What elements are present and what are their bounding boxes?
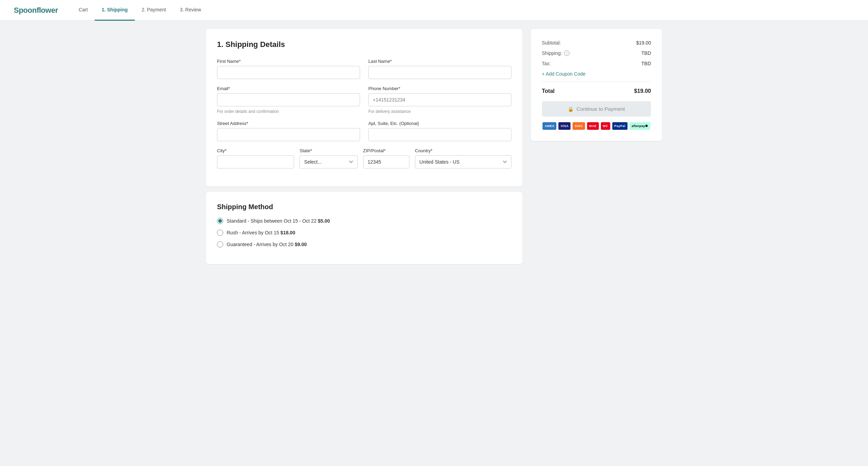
- shipping-row: Shipping: i TBD: [542, 50, 651, 56]
- email-input[interactable]: [217, 93, 360, 106]
- email-phone-row: Email* For order details and confirmatio…: [217, 86, 511, 114]
- shipping-label: Shipping: i: [542, 50, 569, 56]
- country-label: Country*: [415, 148, 511, 153]
- address-row: Street Address* Apt, Suite, Etc. (Option…: [217, 121, 511, 141]
- city-input[interactable]: [217, 155, 294, 168]
- first-name-input[interactable]: [217, 66, 360, 79]
- city-label: City*: [217, 148, 294, 153]
- summary-divider: [542, 81, 651, 82]
- state-group: State* Select...: [300, 148, 358, 168]
- zip-group: ZIP/Postal*: [363, 148, 409, 168]
- nav-payment[interactable]: 2. Payment: [135, 0, 173, 21]
- last-name-group: Last Name*: [368, 59, 511, 79]
- shipping-radio-standard[interactable]: [217, 218, 223, 224]
- main-layout: 1. Shipping Details First Name* Last Nam…: [192, 21, 676, 272]
- shipping-option-guaranteed[interactable]: Guaranteed - Arrives by Oct 20 $9.00: [217, 241, 511, 247]
- shipping-label-guaranteed: Guaranteed - Arrives by Oct 20 $9.00: [227, 242, 307, 247]
- payment-icon-amex: AMEX: [542, 122, 556, 130]
- phone-label: Phone Number*: [368, 86, 511, 91]
- shipping-label-rush: Rush - Arrives by Oct 15 $18.00: [227, 230, 295, 235]
- payment-icon-afterpay: afterpay✺: [630, 122, 650, 130]
- shipping-radio-guaranteed[interactable]: [217, 241, 223, 247]
- payment-icon-paypal: PayPal: [612, 122, 628, 130]
- add-coupon-link[interactable]: + Add Coupon Code: [542, 71, 651, 77]
- payment-methods: AMEX VISA DISC MAE MC PayPal afterpay✺: [542, 122, 651, 130]
- country-group: Country* United States - US: [415, 148, 511, 168]
- shipping-method-title: Shipping Method: [217, 203, 511, 211]
- email-group: Email* For order details and confirmatio…: [217, 86, 360, 114]
- total-value: $19.00: [634, 88, 651, 94]
- last-name-label: Last Name*: [368, 59, 511, 64]
- shipping-option-rush[interactable]: Rush - Arrives by Oct 15 $18.00: [217, 230, 511, 236]
- apt-label: Apt, Suite, Etc. (Optional): [368, 121, 511, 126]
- tax-value: TBD: [641, 61, 651, 66]
- street-label: Street Address*: [217, 121, 360, 126]
- lock-icon: 🔒: [568, 106, 574, 112]
- city-state-zip-country-row: City* State* Select... ZIP/Postal* Count…: [217, 148, 511, 168]
- nav-shipping[interactable]: 1. Shipping: [95, 0, 134, 21]
- apt-input[interactable]: [368, 128, 511, 141]
- street-input[interactable]: [217, 128, 360, 141]
- shipping-details-title: 1. Shipping Details: [217, 40, 511, 49]
- order-summary-panel: Subtotal: $19.00 Shipping: i TBD Tax: TB…: [531, 29, 662, 141]
- email-hint: For order details and confirmation: [217, 109, 360, 114]
- tax-label: Tax:: [542, 61, 551, 66]
- first-name-label: First Name*: [217, 59, 360, 64]
- payment-icon-maestro: MAE: [587, 122, 599, 130]
- country-select[interactable]: United States - US: [415, 155, 511, 168]
- shipping-option-standard[interactable]: Standard - Ships between Oct 15 - Oct 22…: [217, 218, 511, 224]
- shipping-radio-rush[interactable]: [217, 230, 223, 236]
- add-coupon[interactable]: + Add Coupon Code: [542, 71, 651, 77]
- last-name-input[interactable]: [368, 66, 511, 79]
- shipping-value: TBD: [641, 50, 651, 56]
- payment-icon-visa: VISA: [558, 122, 570, 130]
- name-row: First Name* Last Name*: [217, 59, 511, 79]
- continue-button-label: Continue to Payment: [576, 106, 625, 112]
- checkout-nav: Cart 1. Shipping 2. Payment 3. Review: [72, 0, 208, 21]
- city-group: City*: [217, 148, 294, 168]
- street-group: Street Address*: [217, 121, 360, 141]
- subtotal-row: Subtotal: $19.00: [542, 40, 651, 46]
- subtotal-label: Subtotal:: [542, 40, 561, 46]
- tax-row: Tax: TBD: [542, 61, 651, 66]
- shipping-label-standard: Standard - Ships between Oct 15 - Oct 22…: [227, 218, 330, 224]
- total-label: Total: [542, 88, 555, 94]
- site-logo: Spoonflower: [14, 6, 58, 15]
- shipping-details-card: 1. Shipping Details First Name* Last Nam…: [206, 29, 522, 186]
- shipping-method-card: Shipping Method Standard - Ships between…: [206, 192, 522, 264]
- state-select[interactable]: Select...: [300, 155, 358, 168]
- zip-input[interactable]: [363, 155, 409, 168]
- shipping-info-icon[interactable]: i: [564, 50, 569, 56]
- zip-label: ZIP/Postal*: [363, 148, 409, 153]
- apt-group: Apt, Suite, Etc. (Optional): [368, 121, 511, 141]
- email-label: Email*: [217, 86, 360, 91]
- state-label: State*: [300, 148, 358, 153]
- total-row: Total $19.00: [542, 87, 651, 94]
- payment-icon-discover: DISC: [573, 122, 585, 130]
- nav-review[interactable]: 3. Review: [173, 0, 208, 21]
- payment-icon-mastercard: MC: [601, 122, 610, 130]
- continue-to-payment-button[interactable]: 🔒 Continue to Payment: [542, 101, 651, 117]
- first-name-group: First Name*: [217, 59, 360, 79]
- phone-input[interactable]: [368, 93, 511, 106]
- left-column: 1. Shipping Details First Name* Last Nam…: [206, 29, 522, 264]
- phone-hint: For delivery assistance: [368, 109, 511, 114]
- phone-group: Phone Number* For delivery assistance: [368, 86, 511, 114]
- subtotal-value: $19.00: [636, 40, 651, 46]
- order-summary-card: Subtotal: $19.00 Shipping: i TBD Tax: TB…: [531, 29, 662, 141]
- nav-cart[interactable]: Cart: [72, 0, 95, 21]
- site-header: Spoonflower Cart 1. Shipping 2. Payment …: [0, 0, 868, 21]
